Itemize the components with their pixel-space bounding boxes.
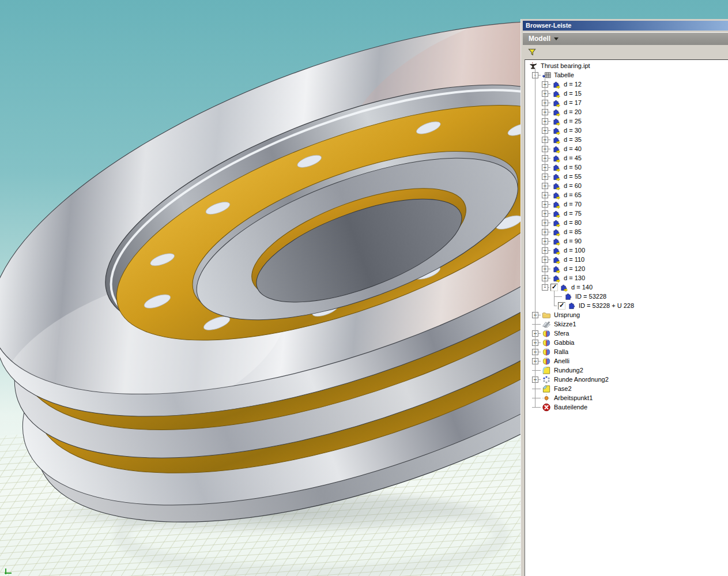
end-of-part-icon [542,403,551,412]
tree-connector [548,186,550,186]
ipart-member-icon [552,154,561,163]
tree-connector [548,213,550,214]
tree-row[interactable]: Thrust bearing.ipt [525,61,728,70]
tree-row[interactable]: +d = 120 [525,264,728,273]
tree-connector [548,158,550,159]
tree-row-label: d = 35 [563,136,583,143]
tree-connector [532,407,541,408]
tree-row-label: d = 45 [563,155,583,161]
model-dropdown-button[interactable]: Modell [523,32,728,46]
model-tree-container: Thrust bearing.ipt-Tabelle+d = 12+d = 15… [525,59,728,576]
tree-connector [538,379,541,380]
tree-row[interactable]: +d = 75 [525,209,728,218]
tree-row[interactable]: +d = 17 [525,98,728,107]
tree-row[interactable]: ID = 53228 [525,292,728,301]
tree-row[interactable]: +d = 50 [525,163,728,172]
chevron-down-icon [554,37,559,40]
tree-row[interactable]: Bauteilende [525,402,728,412]
panel-title: Browser-Leiste [526,22,571,29]
tree-row[interactable]: +d = 110 [525,255,728,264]
tree-connector [538,352,541,352]
revolve-icon [542,348,551,356]
tree-connector [538,315,541,315]
ipart-member-icon [552,145,561,153]
member-checkbox[interactable]: ✓ [558,302,565,310]
tree-row[interactable]: +d = 45 [525,153,728,163]
tree-row[interactable]: +d = 55 [525,172,728,181]
tree-row[interactable]: +d = 35 [525,135,728,144]
tree-connector [548,84,550,85]
tree-row[interactable]: +d = 130 [525,273,728,283]
tree-row[interactable]: +Ursprung [525,310,728,319]
tree-row[interactable]: -Tabelle [525,70,728,80]
ipart-member-icon [552,191,561,199]
tree-row[interactable]: +Ralla [525,347,728,356]
tree-row[interactable]: +d = 25 [525,116,728,126]
tree-row[interactable]: Fase2 [525,384,728,393]
tree-row[interactable]: ✓ID = 53228 + U 228 [525,301,728,310]
tree-row-label: d = 55 [563,173,583,180]
tree-connector [548,167,550,168]
tree-row-label: d = 70 [563,201,583,208]
tree-row[interactable]: +d = 85 [525,227,728,236]
revolve-icon [542,357,551,366]
tree-row[interactable]: +d = 100 [525,246,728,255]
tree-row[interactable]: +Anelli [525,356,728,366]
part-file-icon [529,62,538,70]
tree-row[interactable]: +Gabbia [525,338,728,347]
tree-row-label: Ralla [553,348,569,355]
tree-connector [548,112,550,112]
tree-row-label: Rundung2 [553,367,584,374]
tree-row[interactable]: +Runde Anordnung2 [525,375,728,384]
workpoint-icon [542,394,551,402]
tree-row[interactable]: +d = 15 [525,89,728,98]
ipart-member-icon [552,274,561,283]
tree-row-label: Gabbia [553,339,575,346]
tree-row-label: d = 25 [563,118,583,125]
ipart-member-icon [552,255,561,264]
tree-row-label: d = 65 [563,191,583,198]
tree-row-label: Bauteilende [553,404,589,411]
tree-row[interactable]: Arbeitspunkt1 [525,393,728,402]
tree-row[interactable]: +d = 80 [525,218,728,227]
ipart-member-icon [552,200,561,209]
tree-connector [554,296,562,297]
tree-connector [548,103,550,103]
ipart-id-icon [563,292,572,301]
ipart-id-icon [567,302,576,310]
tree-connector [548,149,550,149]
tree-connector [548,269,550,269]
tree-row-label: d = 15 [563,90,583,97]
tree-row[interactable]: Rundung2 [525,366,728,375]
tree-row[interactable]: +Sfera [525,329,728,338]
tree-row[interactable]: +d = 70 [525,199,728,209]
table-icon [542,71,551,80]
tree-connector [548,195,550,195]
panel-titlebar[interactable]: Browser-Leiste [523,21,728,31]
tree-row-label: d = 30 [563,127,583,134]
tree-row[interactable]: +d = 12 [525,80,728,89]
tree-connector [532,398,541,398]
tree-row[interactable]: +d = 20 [525,107,728,116]
tree-row-label: d = 80 [563,219,583,226]
tree-row-label: d = 12 [563,81,583,88]
member-checkbox[interactable]: ✓ [550,284,558,291]
tree-connector [538,333,541,334]
tree-row[interactable]: +d = 40 [525,144,728,153]
tree-row[interactable]: +d = 90 [525,236,728,246]
sketch-icon [542,320,551,329]
tree-connector [538,361,541,362]
tree-row[interactable]: +d = 60 [525,181,728,190]
filter-funnel-icon[interactable] [528,48,537,57]
folder-icon [542,311,551,319]
tree-connector [548,278,550,278]
tree-row[interactable]: Skizze1 [525,319,728,329]
tree-connector [548,204,550,205]
checkmark-icon: ✓ [552,283,557,291]
ipart-member-icon [552,246,561,255]
tree-row[interactable]: +d = 65 [525,190,728,199]
tree-row[interactable]: +d = 30 [525,126,728,135]
tree-row[interactable]: -✓d = 140 [525,283,728,292]
tree-row-label: Arbeitspunkt1 [553,394,594,401]
tree-connector [532,389,541,389]
